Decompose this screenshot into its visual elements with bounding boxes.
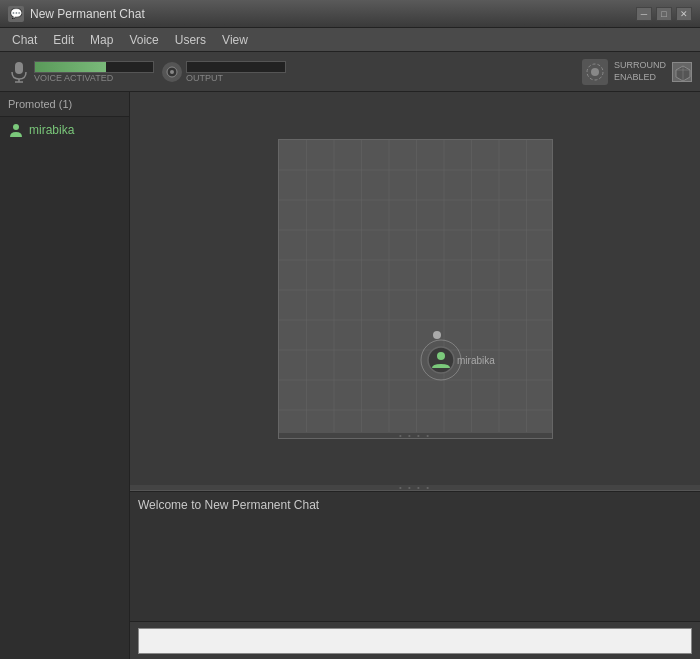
output-section: OUTPUT (162, 61, 286, 83)
svg-rect-0 (15, 62, 23, 74)
svg-point-29 (433, 331, 441, 339)
menu-voice[interactable]: Voice (121, 28, 166, 51)
app-icon: 💬 (8, 6, 24, 22)
close-button[interactable]: ✕ (676, 7, 692, 21)
menu-bar: Chat Edit Map Voice Users View (0, 28, 700, 52)
welcome-message: Welcome to New Permanent Chat (138, 498, 319, 512)
promoted-header: Promoted (1) (0, 92, 129, 117)
svg-point-4 (170, 70, 174, 74)
window-title: New Permanent Chat (30, 7, 636, 21)
menu-chat[interactable]: Chat (4, 28, 45, 51)
toolbar: VOICE ACTIVATED OUTPUT SURROUNDENABLED (0, 52, 700, 92)
chat-messages[interactable]: Welcome to New Permanent Chat (130, 492, 700, 621)
minimize-button[interactable]: ─ (636, 7, 652, 21)
menu-view[interactable]: View (214, 28, 256, 51)
surround-section: SURROUNDENABLED (582, 59, 692, 85)
svg-text:mirabika: mirabika (457, 355, 495, 366)
sidebar: Promoted (1) mirabika (0, 92, 130, 659)
cube-icon (672, 62, 692, 82)
voice-bar (34, 61, 154, 73)
right-panel: mirabika • • • • • • • • Welcome to New … (130, 92, 700, 659)
menu-edit[interactable]: Edit (45, 28, 82, 51)
user-item[interactable]: mirabika (0, 117, 129, 143)
surround-icon (582, 59, 608, 85)
menu-map[interactable]: Map (82, 28, 121, 51)
input-area (130, 621, 700, 659)
map-resize-handle[interactable]: • • • • (279, 432, 552, 438)
output-label: OUTPUT (186, 73, 286, 83)
voice-label: VOICE ACTIVATED (34, 73, 154, 83)
voice-section: VOICE ACTIVATED (8, 61, 154, 83)
user-avatar-icon (8, 122, 24, 138)
map-grid[interactable]: mirabika • • • • (278, 139, 553, 439)
chat-area: Welcome to New Permanent Chat (130, 491, 700, 621)
chat-input[interactable] (138, 628, 692, 654)
svg-point-10 (13, 124, 19, 130)
main-content: Promoted (1) mirabika (0, 92, 700, 659)
grid-svg: mirabika (279, 140, 552, 438)
svg-point-5 (591, 68, 599, 76)
menu-users[interactable]: Users (167, 28, 214, 51)
output-icon (162, 62, 182, 82)
surround-label: SURROUNDENABLED (614, 60, 666, 83)
user-name: mirabika (29, 123, 74, 137)
svg-point-32 (437, 352, 445, 360)
mic-icon (8, 61, 30, 83)
output-bar (186, 61, 286, 73)
title-bar: 💬 New Permanent Chat ─ □ ✕ (0, 0, 700, 28)
window-controls: ─ □ ✕ (636, 7, 692, 21)
restore-button[interactable]: □ (656, 7, 672, 21)
map-area: mirabika • • • • (130, 92, 700, 485)
